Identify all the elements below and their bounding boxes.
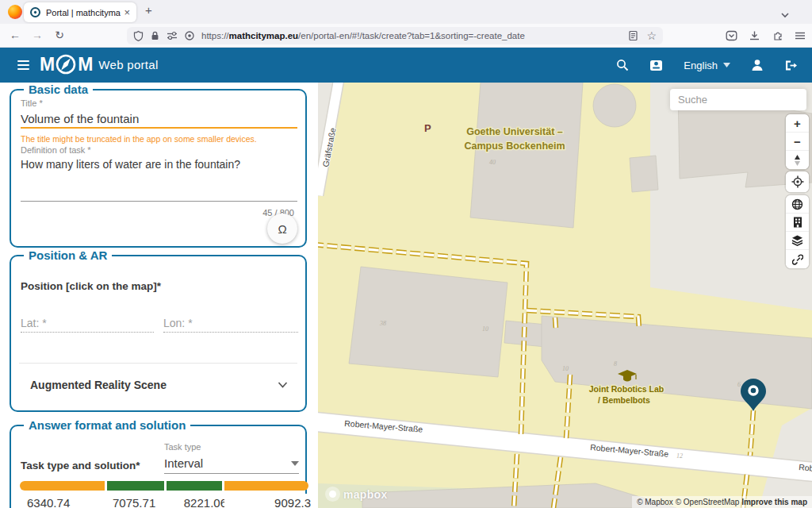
interval-segment-orange	[224, 481, 308, 491]
globe-style-button[interactable]	[786, 195, 809, 214]
task-type-solution-label: Task type and solution*	[21, 460, 140, 471]
layers-icon	[791, 235, 803, 246]
answer-format-card: Answer format and solution Task type and…	[10, 425, 307, 508]
zoom-out-button[interactable]: −	[786, 133, 809, 151]
svg-text:Joint Robotics Lab: Joint Robotics Lab	[589, 384, 665, 394]
task-type-label: Task type	[164, 442, 201, 452]
geolocate-button[interactable]	[786, 171, 809, 192]
parking-label: P	[424, 122, 431, 134]
latitude-field[interactable]	[21, 314, 154, 333]
building-number: 40	[489, 159, 496, 166]
map-graphics: Gräfstraße P Goethe Universität – Campus…	[318, 83, 812, 508]
new-tab-button[interactable]: +	[145, 3, 152, 17]
answer-format-legend: Answer format and solution	[24, 418, 190, 432]
caret-down-icon	[291, 461, 299, 466]
forward-button[interactable]: →	[30, 29, 44, 41]
caret-down-icon	[723, 63, 730, 67]
browser-urlbar: ← → ↻ https://mathcitymap.eu/en/portal-e…	[0, 24, 812, 48]
browser-tab[interactable]: Portal | mathcitymap.eu ×	[24, 2, 136, 22]
extensions-icon[interactable]	[772, 30, 783, 41]
ar-scene-expander[interactable]: Augmented Reality Scene	[30, 375, 288, 394]
task-type-select[interactable]: Interval	[164, 453, 299, 474]
map-search-input[interactable]	[670, 89, 806, 110]
interval-segment-orange	[20, 481, 105, 491]
tab-title: Portal | mathcitymap.eu	[46, 8, 121, 17]
lock-icon[interactable]	[150, 30, 160, 41]
ar-scene-label: Augmented Reality Scene	[30, 379, 167, 391]
map-style-controls	[786, 195, 809, 268]
compass-icon	[55, 53, 77, 75]
shield-icon[interactable]	[133, 30, 144, 41]
language-selector[interactable]: English	[684, 60, 730, 71]
download-icon[interactable]	[749, 30, 760, 41]
map-zoom-controls: + −	[786, 114, 809, 169]
building-number: 8	[614, 360, 617, 368]
url-text: https://mathcitymap.eu/en/portal-en/#!/t…	[201, 31, 628, 40]
building-number: 6	[737, 381, 741, 388]
reader-view-icon[interactable]	[628, 30, 638, 41]
compass-button[interactable]	[786, 151, 809, 169]
interval-value-2[interactable]	[108, 494, 167, 508]
layers-button[interactable]	[786, 232, 809, 250]
site-favicon-icon	[30, 7, 40, 17]
chevron-down-icon	[278, 382, 288, 388]
geolocate-icon	[791, 175, 804, 188]
logout-icon[interactable]	[784, 60, 798, 71]
inbox-icon[interactable]	[649, 60, 663, 71]
permissions-icon[interactable]	[167, 31, 178, 40]
title-warning: The title might be truncated in the app …	[21, 134, 257, 144]
longitude-field[interactable]	[163, 314, 298, 333]
building-number: 10	[482, 325, 488, 333]
map-attribution: © Mapbox © OpenStreetMap Improve this ma…	[632, 496, 812, 508]
title-input[interactable]	[21, 110, 297, 129]
interval-value-3[interactable]	[167, 494, 232, 508]
back-button[interactable]: ←	[8, 29, 22, 41]
university-label-line2: Campus Bockenheim	[464, 140, 565, 152]
browser-tabstrip: Portal | mathcitymap.eu × +	[0, 0, 812, 24]
interval-value-4[interactable]	[224, 494, 318, 508]
sidenav-menu-icon[interactable]	[17, 60, 29, 72]
special-characters-button[interactable]: Ω	[267, 214, 297, 244]
map-canvas[interactable]: Gräfstraße P Goethe Universität – Campus…	[318, 83, 812, 508]
attribution-mapbox[interactable]: © Mapbox	[637, 498, 673, 506]
position-ar-legend: Position & AR	[24, 248, 112, 262]
geolocation-permission-icon[interactable]	[184, 30, 195, 41]
pocket-icon[interactable]	[726, 30, 737, 41]
tab-close-icon[interactable]: ×	[124, 6, 130, 18]
compass-needle-icon	[794, 155, 801, 166]
mapbox-logo-icon	[325, 487, 340, 502]
mapbox-logo[interactable]: mapbox	[325, 487, 387, 502]
task-form-panel: Basic data Title * The title might be tr…	[0, 83, 318, 508]
brand-letter: M	[40, 54, 54, 75]
search-icon[interactable]	[616, 59, 629, 71]
language-label: English	[684, 60, 718, 71]
building-number: 10	[562, 365, 569, 372]
interval-value-1[interactable]	[20, 494, 105, 508]
url-field[interactable]: https://mathcitymap.eu/en/portal-en/#!/t…	[127, 27, 663, 44]
brand-letter: M	[78, 54, 92, 75]
basic-data-legend: Basic data	[24, 83, 93, 96]
task-definition-label: Definition of task *	[21, 145, 91, 155]
title-label: Title *	[21, 98, 43, 108]
zoom-in-button[interactable]: +	[786, 114, 809, 133]
buildings-style-button[interactable]	[786, 214, 809, 232]
position-label: Position [click on the map]*	[21, 280, 161, 292]
building-icon	[793, 217, 802, 228]
bookmark-star-icon[interactable]: ☆	[646, 29, 657, 42]
brand-logo[interactable]: M M Web portal	[40, 53, 159, 75]
interval-range-bar	[20, 481, 308, 491]
task-type-value: Interval	[164, 456, 203, 470]
attribution-osm[interactable]: © OpenStreetMap	[676, 498, 740, 506]
user-icon[interactable]	[751, 59, 764, 71]
link-icon	[792, 254, 803, 265]
firefox-logo-icon[interactable]	[8, 5, 22, 19]
street-label-robert-mayer-3: Rob	[799, 462, 812, 473]
list-tabs-chevron-icon[interactable]	[780, 7, 790, 21]
svg-text:/ Bembelbots: / Bembelbots	[598, 395, 650, 405]
task-definition-textarea[interactable]: How many liters of water are in the foun…	[21, 157, 297, 202]
attribution-improve-link[interactable]: Improve this map	[741, 498, 807, 506]
building-number: 38	[379, 320, 386, 327]
reload-button[interactable]: ↻	[52, 29, 67, 41]
menu-icon[interactable]	[795, 31, 806, 40]
share-link-button[interactable]	[786, 250, 809, 268]
